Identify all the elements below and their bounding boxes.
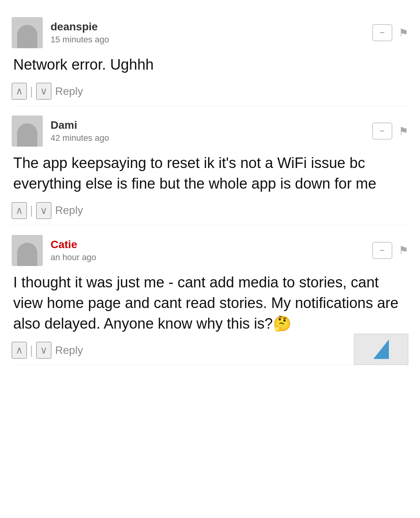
vote-divider: |	[30, 85, 33, 98]
comment-header: deanspie 15 minutes ago − ⚑	[12, 17, 408, 48]
user-info: Dami 42 minutes ago	[51, 119, 109, 143]
comment-text: The app keepsaying to reset ik it's not …	[12, 153, 408, 194]
flag-button[interactable]: ⚑	[399, 125, 408, 138]
comment-actions: − ⚑	[372, 122, 408, 140]
flag-icon: ⚑	[399, 244, 408, 256]
ad-box	[354, 334, 408, 365]
comment-header: Catie an hour ago − ⚑	[12, 235, 408, 266]
flag-button[interactable]: ⚑	[399, 244, 408, 257]
vote-row: ∧ | ∨ Reply	[12, 83, 408, 100]
reply-button[interactable]: Reply	[51, 203, 87, 218]
avatar	[12, 116, 43, 147]
comment-actions: − ⚑	[372, 242, 408, 259]
comment-text: Network error. Ughhh	[12, 54, 408, 75]
minus-icon: −	[380, 126, 385, 136]
vote-divider: |	[30, 344, 33, 357]
vote-row: ∧ | ∨ Reply	[12, 342, 408, 359]
downvote-button[interactable]: ∨	[36, 202, 51, 219]
minimize-button[interactable]: −	[372, 242, 392, 259]
flag-button[interactable]: ⚑	[399, 26, 408, 39]
ad-arrow-icon	[373, 340, 389, 359]
comment-header: Dami 42 minutes ago − ⚑	[12, 116, 408, 147]
upvote-button[interactable]: ∧	[12, 83, 27, 100]
minimize-button[interactable]: −	[372, 24, 392, 41]
reply-button[interactable]: Reply	[51, 343, 87, 358]
vote-divider: |	[30, 204, 33, 217]
comment-item: deanspie 15 minutes ago − ⚑ Network erro…	[12, 8, 408, 106]
comment-item: Catie an hour ago − ⚑ I thought it was j…	[12, 226, 408, 366]
timestamp: an hour ago	[51, 252, 96, 262]
upvote-button[interactable]: ∧	[12, 202, 27, 219]
timestamp: 42 minutes ago	[51, 133, 109, 143]
comment-item: Dami 42 minutes ago − ⚑ The app keepsayi…	[12, 106, 408, 225]
minus-icon: −	[380, 28, 385, 38]
user-info: Catie an hour ago	[51, 238, 96, 262]
username: Dami	[51, 119, 109, 131]
username: Catie	[51, 238, 96, 251]
comment-actions: − ⚑	[372, 24, 408, 41]
avatar	[12, 17, 43, 48]
comment-header-left: Dami 42 minutes ago	[12, 116, 109, 147]
comment-header-left: deanspie 15 minutes ago	[12, 17, 109, 48]
flag-icon: ⚑	[399, 125, 408, 137]
reply-button[interactable]: Reply	[51, 84, 87, 99]
avatar-silhouette	[17, 25, 37, 48]
username: deanspie	[51, 21, 109, 33]
minimize-button[interactable]: −	[372, 122, 392, 140]
avatar	[12, 235, 43, 266]
downvote-button[interactable]: ∨	[36, 83, 51, 100]
downvote-button[interactable]: ∨	[36, 342, 51, 359]
vote-row: ∧ | ∨ Reply	[12, 202, 408, 219]
comment-header-left: Catie an hour ago	[12, 235, 96, 266]
timestamp: 15 minutes ago	[51, 35, 109, 45]
comments-container: deanspie 15 minutes ago − ⚑ Network erro…	[0, 0, 420, 373]
comment-text: I thought it was just me - cant add medi…	[12, 272, 408, 334]
flag-icon: ⚑	[399, 27, 408, 39]
upvote-button[interactable]: ∧	[12, 342, 27, 359]
avatar-silhouette	[17, 123, 37, 147]
minus-icon: −	[380, 245, 385, 256]
avatar-silhouette	[17, 243, 37, 266]
user-info: deanspie 15 minutes ago	[51, 21, 109, 45]
